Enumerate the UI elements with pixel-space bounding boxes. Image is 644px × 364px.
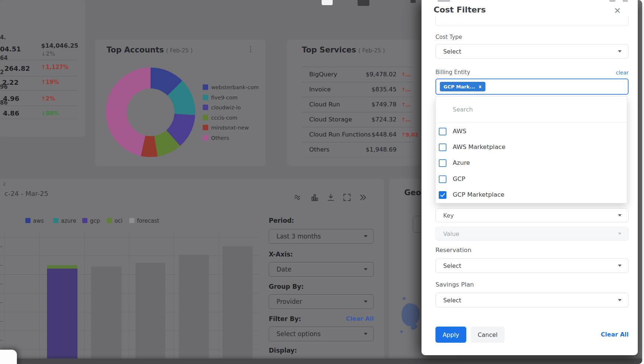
stats-row-change-1: ↑2% — [41, 95, 55, 102]
cost-type-select[interactable]: Select — [435, 44, 629, 59]
stats-top-fragment: 4. — [0, 34, 6, 41]
search-placeholder: Search — [453, 106, 473, 113]
xaxis-label: X-Axis: — [269, 251, 293, 258]
tag-value-select[interactable]: Value — [435, 227, 629, 241]
divider — [302, 142, 414, 142]
reservation-select[interactable]: Select — [435, 258, 629, 273]
billing-entity-multiselect[interactable]: GCP Mark... x — [435, 79, 629, 95]
groupby-select[interactable]: Provider — [269, 294, 374, 309]
billing-option[interactable]: GCP — [436, 171, 627, 188]
billing-option[interactable]: Azure — [436, 155, 627, 171]
chevron-down-icon — [618, 299, 622, 301]
billing-option[interactable]: AWS — [436, 124, 627, 140]
download-icon[interactable] — [326, 193, 336, 202]
billing-entity-dropdown: Search AWS AWS Marketplace Azure GCP GCP… — [435, 96, 627, 203]
reservation-label: Reservation — [435, 247, 471, 254]
axis-tick — [0, 246, 3, 247]
billing-option[interactable]: AWS Marketplace — [436, 139, 627, 156]
billing-entity-label: Billing Entity — [435, 69, 470, 76]
checkbox[interactable] — [439, 159, 446, 167]
top-accounts-card: Top Accounts( Feb-25 ) ⋮ websterbank-com… — [95, 40, 265, 166]
divider — [302, 67, 414, 67]
divider — [0, 76, 78, 76]
filterby-label: Filter By: — [269, 315, 301, 323]
xaxis-select[interactable]: Date — [269, 262, 374, 277]
cost-trend-card: 2 c-24 - Mar-25 aws azure gcp oci foreca… — [0, 179, 384, 364]
filterby-select[interactable]: Select options — [269, 327, 374, 341]
line-chart-icon[interactable] — [294, 193, 303, 202]
cancel-button[interactable]: Cancel — [471, 327, 504, 343]
checkbox[interactable] — [439, 175, 446, 183]
legend-label: oci — [115, 218, 123, 224]
trend-date-range: c-24 - Mar-25 — [4, 190, 48, 197]
top-edge-artifact — [358, 0, 369, 6]
value-placeholder: Value — [443, 230, 459, 237]
stats-row-sub: 64 — [0, 55, 8, 61]
savings-plan-select[interactable]: Select — [435, 293, 629, 307]
billing-entity-clear-link[interactable]: clear — [592, 70, 629, 76]
close-icon[interactable]: ✕ — [614, 6, 621, 15]
key-placeholder: Key — [443, 212, 454, 219]
option-label: AWS Marketplace — [453, 143, 506, 150]
scrolled-input-partial[interactable] — [435, 16, 629, 26]
period-label: Period: — [269, 217, 294, 224]
top-accounts-title: Top Accounts — [106, 46, 164, 54]
period-select[interactable]: Last 3 months — [269, 229, 374, 244]
divider — [302, 82, 414, 82]
tag-key-select[interactable]: Key — [435, 208, 629, 222]
cost-type-label: Cost Type — [435, 34, 462, 40]
service-name: Cloud Storage — [309, 116, 352, 123]
service-change: ↑9,02 — [401, 132, 418, 138]
dropdown-search-input[interactable]: Search — [436, 97, 627, 123]
savings-plan-value: Select — [443, 297, 461, 304]
stats-row-value: 264.82 — [4, 65, 30, 72]
map-fragment — [399, 302, 422, 328]
legend-label: cccis-com — [211, 115, 238, 121]
double-chevron-icon[interactable] — [358, 193, 368, 202]
stats-row-sub: 86 — [0, 99, 8, 106]
legend-label: gcp — [90, 218, 100, 224]
legend-label: Others — [211, 135, 229, 141]
axis-tick — [0, 302, 3, 303]
chevron-down-icon — [364, 301, 368, 303]
stats-row-change-1: ↑1,127% — [41, 64, 69, 70]
legend-label: aws — [33, 218, 44, 224]
option-label: GCP Marketplace — [453, 191, 504, 198]
service-amount: $448.64 — [357, 131, 397, 138]
divider — [302, 97, 414, 97]
divider — [0, 90, 78, 91]
kebab-menu-icon[interactable]: ⋮ — [247, 46, 254, 52]
axis-tick — [0, 340, 3, 341]
legend-label: cloudwiz-io — [211, 105, 241, 110]
tag-remove-icon[interactable]: x — [479, 84, 482, 89]
stats-row-change-1: ↑19% — [41, 79, 59, 85]
filterby-value: Select options — [276, 330, 321, 338]
groupby-label: Group By: — [269, 283, 304, 290]
apply-button[interactable]: Apply — [435, 327, 466, 343]
checkbox[interactable] — [439, 191, 446, 199]
checkbox[interactable] — [439, 128, 446, 135]
stats-row-value: 4.86 — [3, 109, 19, 117]
legend-swatch — [203, 125, 208, 130]
checkbox[interactable] — [439, 143, 446, 151]
billing-option[interactable]: GCP Marketplace — [436, 187, 627, 203]
legend-swatch — [203, 84, 208, 90]
divider — [0, 119, 78, 119]
panel-clear-all-link[interactable]: Clear All — [588, 331, 629, 338]
window-bottom-edge — [0, 358, 642, 364]
chevron-down-icon — [364, 333, 368, 335]
legend-label: azure — [61, 218, 76, 224]
map-fragment — [402, 297, 406, 300]
display-label: Display: — [269, 347, 297, 354]
legend-swatch — [129, 218, 134, 223]
fullscreen-icon[interactable] — [342, 193, 352, 202]
option-label: AWS — [453, 128, 466, 135]
chevron-down-icon — [364, 268, 368, 270]
bar-chart-icon[interactable] — [310, 193, 319, 202]
status-bubble — [0, 350, 17, 364]
axis-tick — [0, 321, 3, 322]
filterby-clear-all-link[interactable]: Clear All — [339, 315, 374, 322]
period-value: Last 3 months — [276, 233, 321, 240]
service-amount: $724.32 — [357, 116, 397, 123]
divider — [302, 157, 414, 157]
